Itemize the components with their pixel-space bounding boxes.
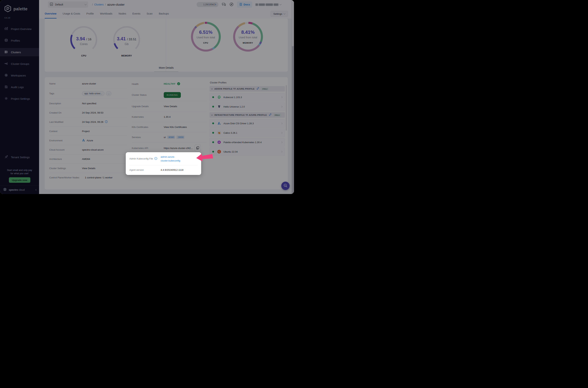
admin-kubeconfig-file-link[interactable]: admin.azure- cluster.kubeconfig	[161, 155, 180, 163]
agent-version-value: 4.4.9/20240912.1118	[161, 169, 184, 171]
detail-row-admin-kubeconfig: Admin Kubeconfig File admin.azure- clust…	[129, 152, 197, 165]
kubeconfig-link-line1: admin.azure-	[161, 155, 175, 158]
info-icon[interactable]	[154, 157, 157, 161]
row-label: Admin Kubeconfig File	[129, 157, 153, 160]
row-label: Agent version	[129, 169, 161, 171]
kubeconfig-link-line2: cluster.kubeconfig	[161, 159, 180, 162]
detail-row-agent-version: Agent version 4.4.9/20240912.1118	[129, 165, 197, 174]
tour-arrow	[196, 152, 214, 164]
app-window: palette 4.4.19 Project Overview Profiles…	[0, 0, 294, 194]
spotlight-admin-kubeconfig: Admin Kubeconfig File admin.azure- clust…	[126, 152, 201, 175]
screen: palette 4.4.19 Project Overview Profiles…	[0, 0, 294, 194]
